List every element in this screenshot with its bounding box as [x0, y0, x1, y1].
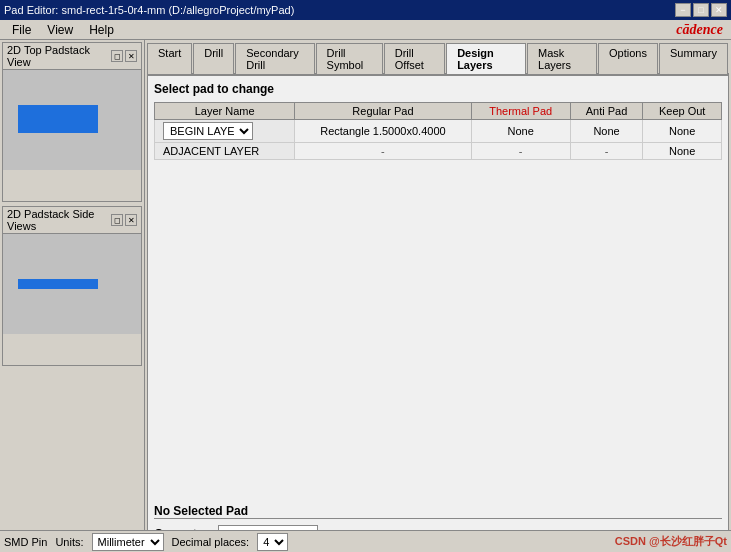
top-view-title-bar: 2D Top Padstack View ◻ ✕	[3, 43, 141, 70]
left-panel: 2D Top Padstack View ◻ ✕ 2D Padstack Sid…	[0, 40, 145, 552]
top-view-pad-shape	[18, 105, 98, 133]
begin-keep-out-cell[interactable]: None	[643, 120, 722, 143]
title-bar-buttons: − □ ✕	[675, 3, 727, 17]
side-view-pad-shape	[18, 279, 98, 289]
side-view-restore-icon[interactable]: ◻	[111, 214, 123, 226]
side-view-title: 2D Padstack Side Views	[7, 208, 111, 232]
tab-design-layers[interactable]: Design Layers	[446, 43, 526, 74]
cadence-logo: cādence	[676, 22, 723, 38]
top-view-title: 2D Top Padstack View	[7, 44, 111, 68]
status-smd-pin: SMD Pin	[4, 536, 47, 548]
menu-file[interactable]: File	[4, 21, 39, 39]
begin-layer-cell[interactable]: BEGIN LAYER	[155, 120, 295, 143]
side-view-icons: ◻ ✕	[111, 214, 137, 226]
status-bar: SMD Pin Units: Millimeter Inch Mil Decim…	[0, 530, 731, 552]
title-text: Pad Editor: smd-rect-1r5-0r4-mm (D:/alle…	[4, 4, 675, 16]
tab-start[interactable]: Start	[147, 43, 192, 74]
title-bar: Pad Editor: smd-rect-1r5-0r4-mm (D:/alle…	[0, 0, 731, 20]
content-spacer	[154, 160, 722, 504]
status-units-select[interactable]: Millimeter Inch Mil	[92, 533, 164, 551]
adjacent-thermal-pad-cell[interactable]: -	[471, 143, 570, 160]
top-padstack-view-panel: 2D Top Padstack View ◻ ✕	[2, 42, 142, 202]
col-anti-pad: Anti Pad	[570, 103, 643, 120]
adjacent-regular-pad-cell[interactable]: -	[295, 143, 471, 160]
tab-drill-symbol[interactable]: Drill Symbol	[316, 43, 383, 74]
pad-table: Layer Name Regular Pad Thermal Pad Anti …	[154, 102, 722, 160]
tab-secondary-drill[interactable]: Secondary Drill	[235, 43, 314, 74]
menu-bar: File View Help cādence	[0, 20, 731, 40]
status-decimal-select[interactable]: 4 2 3 5 6	[257, 533, 288, 551]
top-view-canvas	[3, 70, 141, 170]
table-row: ADJACENT LAYER - - - None	[155, 143, 722, 160]
minimize-button[interactable]: −	[675, 3, 691, 17]
side-view-canvas	[3, 234, 141, 334]
col-keep-out: Keep Out	[643, 103, 722, 120]
left-panel-bottom: Side Front	[0, 368, 144, 552]
side-view-close-icon[interactable]: ✕	[125, 214, 137, 226]
status-units-label: Units:	[55, 536, 83, 548]
status-decimal-label: Decimal places:	[172, 536, 250, 548]
menu-help[interactable]: Help	[81, 21, 122, 39]
side-padstack-view-panel: 2D Padstack Side Views ◻ ✕	[2, 206, 142, 366]
adjacent-layer-cell[interactable]: ADJACENT LAYER	[155, 143, 295, 160]
section-title: Select pad to change	[154, 82, 722, 96]
adjacent-keep-out-cell[interactable]: None	[643, 143, 722, 160]
maximize-button[interactable]: □	[693, 3, 709, 17]
begin-thermal-pad-cell[interactable]: None	[471, 120, 570, 143]
table-header-row: Layer Name Regular Pad Thermal Pad Anti …	[155, 103, 722, 120]
begin-anti-pad-cell[interactable]: None	[570, 120, 643, 143]
begin-regular-pad-cell[interactable]: Rectangle 1.5000x0.4000	[295, 120, 471, 143]
tab-drill[interactable]: Drill	[193, 43, 234, 74]
close-button[interactable]: ✕	[711, 3, 727, 17]
side-view-title-bar: 2D Padstack Side Views ◻ ✕	[3, 207, 141, 234]
top-view-close-icon[interactable]: ✕	[125, 50, 137, 62]
tab-drill-offset[interactable]: Drill Offset	[384, 43, 445, 74]
layer-dropdown[interactable]: BEGIN LAYER	[163, 122, 253, 140]
menu-view[interactable]: View	[39, 21, 81, 39]
table-row: BEGIN LAYER Rectangle 1.5000x0.4000 None…	[155, 120, 722, 143]
content-area: Select pad to change Layer Name Regular …	[147, 75, 729, 550]
top-view-restore-icon[interactable]: ◻	[111, 50, 123, 62]
tab-summary[interactable]: Summary	[659, 43, 728, 74]
col-layer-name: Layer Name	[155, 103, 295, 120]
tab-mask-layers[interactable]: Mask Layers	[527, 43, 597, 74]
col-thermal-pad: Thermal Pad	[471, 103, 570, 120]
col-regular-pad: Regular Pad	[295, 103, 471, 120]
adjacent-anti-pad-cell[interactable]: -	[570, 143, 643, 160]
right-panel: Start Drill Secondary Drill Drill Symbol…	[145, 40, 731, 552]
main-layout: 2D Top Padstack View ◻ ✕ 2D Padstack Sid…	[0, 40, 731, 552]
tab-bar: Start Drill Secondary Drill Drill Symbol…	[147, 42, 729, 75]
watermark-text: CSDN @长沙红胖子Qt	[615, 534, 727, 549]
no-selected-pad-label: No Selected Pad	[154, 504, 722, 518]
top-view-icons: ◻ ✕	[111, 50, 137, 62]
tab-options[interactable]: Options	[598, 43, 658, 74]
